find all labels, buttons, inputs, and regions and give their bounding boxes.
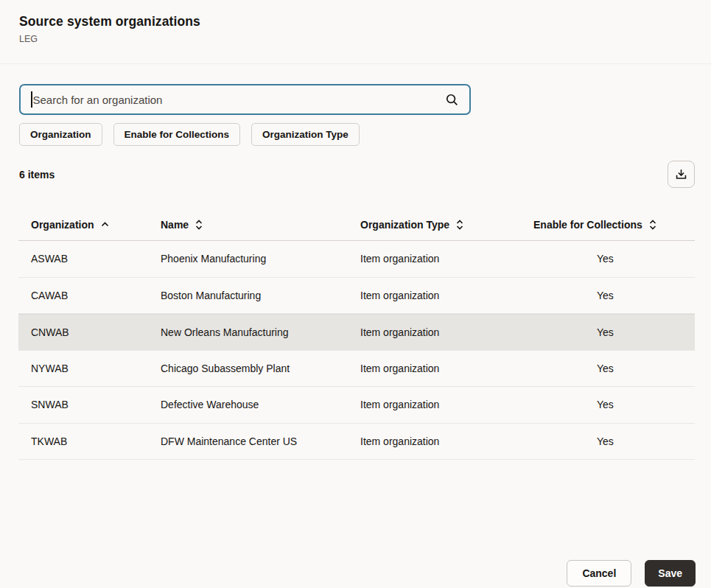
cell-enable-for-collections: Yes [521, 363, 695, 374]
cell-organization-type: Item organization [348, 363, 521, 374]
filter-chip-organization[interactable]: Organization [19, 123, 102, 146]
cell-organization-type: Item organization [348, 326, 521, 338]
column-header-organization[interactable]: Organization [18, 219, 148, 231]
cell-name: New Orleans Manufacturing [148, 326, 348, 338]
cell-enable-for-collections: Yes [521, 253, 695, 265]
cell-enable-for-collections: Yes [521, 435, 695, 447]
table-row[interactable]: SNWAB Defective Warehouse Item organizat… [18, 387, 695, 424]
cell-name: DFW Maintenance Center US [148, 435, 348, 447]
sort-ascending-icon [101, 222, 109, 227]
table-toolbar: 6 items [19, 161, 695, 188]
page-title: Source system organizations [19, 14, 692, 29]
filter-chips: Organization Enable for Collections Orga… [19, 123, 695, 146]
sort-both-icon [195, 220, 203, 230]
table-row[interactable]: CAWAB Boston Manufacturing Item organiza… [18, 278, 695, 315]
download-icon [674, 167, 688, 181]
cell-name: Phoenix Manufacturing [148, 253, 348, 265]
download-button[interactable] [668, 161, 695, 188]
sort-both-icon [649, 220, 656, 230]
cell-name: Defective Warehouse [148, 399, 348, 410]
save-button[interactable]: Save [645, 560, 696, 587]
column-header-organization-type[interactable]: Organization Type [348, 219, 521, 231]
cell-enable-for-collections: Yes [521, 326, 695, 338]
search-box [19, 84, 471, 115]
search-button[interactable] [445, 93, 459, 107]
table-row[interactable]: TKWAB DFW Maintenance Center US Item org… [18, 424, 695, 461]
cell-organization-type: Item organization [348, 399, 521, 410]
cell-organization-type: Item organization [348, 435, 521, 447]
column-header-enable-for-collections[interactable]: Enable for Collections [521, 219, 695, 231]
dialog-header: Source system organizations LEG [0, 0, 711, 44]
filter-chip-organization-type[interactable]: Organization Type [251, 123, 360, 146]
column-header-name[interactable]: Name [148, 219, 348, 231]
cell-organization: TKWAB [18, 435, 148, 447]
table-row-selected[interactable]: CNWAB New Orleans Manufacturing Item org… [18, 314, 695, 351]
text-caret [31, 91, 32, 108]
items-count: 6 items [19, 169, 55, 181]
sort-both-icon [456, 220, 463, 230]
cell-name: Boston Manufacturing [148, 290, 348, 301]
cell-enable-for-collections: Yes [521, 399, 695, 410]
search-input[interactable] [33, 85, 446, 113]
cell-enable-for-collections: Yes [521, 290, 695, 301]
cell-organization: NYWAB [18, 363, 148, 374]
table-header-row: Organization Name Organization Type [18, 209, 695, 241]
table-row[interactable]: NYWAB Chicago Subassembly Plant Item org… [18, 351, 695, 388]
cell-organization: ASWAB [18, 253, 148, 265]
table-row[interactable]: ASWAB Phoenix Manufacturing Item organiz… [18, 241, 695, 278]
column-header-label: Name [161, 219, 189, 231]
cell-organization: CAWAB [18, 290, 148, 301]
column-header-label: Organization Type [360, 219, 449, 231]
column-header-label: Enable for Collections [533, 219, 642, 231]
page-subtitle: LEG [19, 34, 692, 44]
header-divider [0, 63, 711, 64]
cancel-button[interactable]: Cancel [567, 560, 631, 587]
cell-organization: CNWAB [18, 326, 148, 338]
dialog-footer: Cancel Save [567, 560, 696, 587]
dialog-content: Organization Enable for Collections Orga… [0, 84, 711, 460]
cell-organization-type: Item organization [348, 290, 521, 301]
search-icon [445, 93, 459, 107]
cell-organization-type: Item organization [348, 253, 521, 265]
organizations-table: Organization Name Organization Type [18, 209, 695, 460]
cell-name: Chicago Subassembly Plant [148, 363, 348, 374]
column-header-label: Organization [31, 219, 94, 231]
filter-chip-enable-for-collections[interactable]: Enable for Collections [113, 123, 241, 146]
cell-organization: SNWAB [18, 399, 148, 410]
